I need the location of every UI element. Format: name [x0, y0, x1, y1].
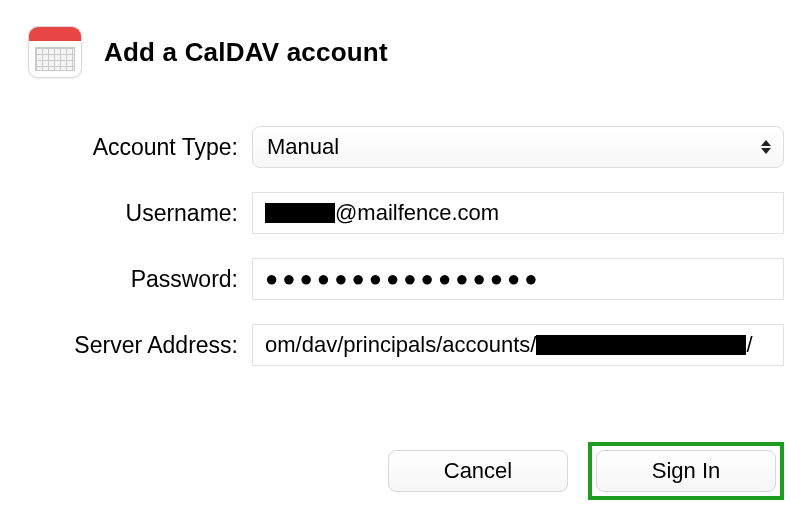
- username-label: Username:: [28, 200, 238, 227]
- password-mask: ●●●●●●●●●●●●●●●●: [265, 266, 542, 292]
- cancel-button[interactable]: Cancel: [388, 450, 568, 492]
- form: Account Type: Manual Username: @mailfenc…: [28, 126, 784, 366]
- account-type-label: Account Type:: [28, 134, 238, 161]
- username-suffix: @mailfence.com: [335, 200, 499, 226]
- server-redacted: [536, 335, 746, 355]
- account-type-select[interactable]: Manual: [252, 126, 784, 168]
- signin-button[interactable]: Sign In: [596, 450, 776, 492]
- password-label: Password:: [28, 266, 238, 293]
- dialog-title: Add a CalDAV account: [104, 37, 388, 68]
- dialog-footer: Cancel Sign In: [388, 442, 784, 500]
- server-prefix: om/dav/principals/accounts/: [265, 332, 536, 358]
- dialog-add-caldav-account: Add a CalDAV account Account Type: Manua…: [0, 0, 812, 524]
- signin-highlight: Sign In: [588, 442, 784, 500]
- username-field[interactable]: @mailfence.com: [252, 192, 784, 234]
- server-field[interactable]: om/dav/principals/accounts/ /: [252, 324, 784, 366]
- chevron-up-down-icon: [761, 140, 771, 154]
- dialog-header: Add a CalDAV account: [28, 26, 784, 78]
- password-field[interactable]: ●●●●●●●●●●●●●●●●: [252, 258, 784, 300]
- server-label: Server Address:: [28, 332, 238, 359]
- server-suffix: /: [746, 332, 752, 358]
- account-type-value: Manual: [267, 134, 339, 160]
- calendar-icon: [28, 26, 82, 78]
- username-redacted: [265, 203, 335, 223]
